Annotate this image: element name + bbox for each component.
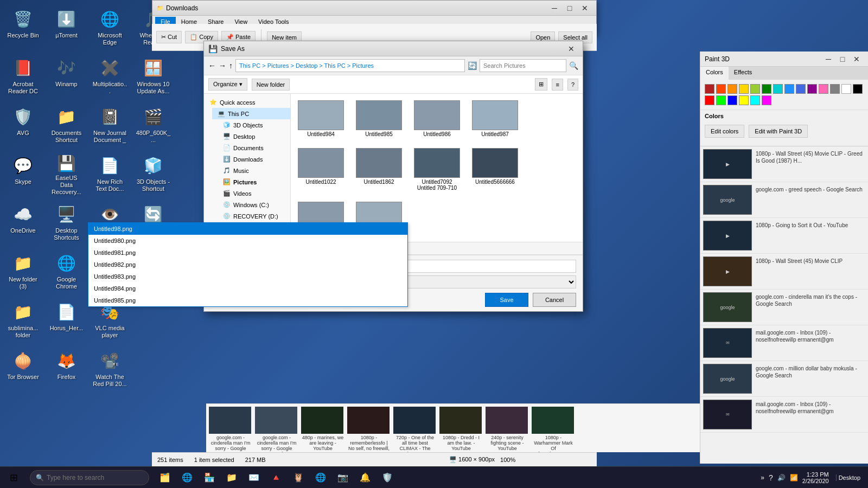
taskbar-task-view[interactable]: 🗂️ [155,467,175,489]
taskbar-search-box[interactable]: 🔍 [30,470,149,485]
nav-windows-c[interactable]: 💿Windows (C:) [212,199,290,210]
help-btn[interactable]: ? [567,79,578,91]
autocomplete-item-0[interactable]: Untitled98.png [88,223,407,235]
bottom-vid-2[interactable]: google.com - cinderella man I'm sorry - … [255,407,298,450]
paint-close[interactable]: ✕ [850,54,864,65]
nav-desktop[interactable]: 🖥️Desktop [212,131,290,142]
color-swatch-purple[interactable] [807,84,817,94]
volume-icon[interactable]: 🔊 [777,474,786,481]
nav-recovery-d[interactable]: 💿RECOVERY (D:) [212,210,290,222]
bg-maximize-btn[interactable]: □ [563,3,577,14]
taskbar-tripadvisor[interactable]: 🦉 [288,467,309,489]
video-item-8[interactable]: ✉ mail.google.com - Inbox (109) - noself… [700,397,868,433]
save-dialog-close-btn[interactable]: ✕ [564,43,578,54]
desktop-icon-easeus[interactable]: 💾 EaseUS Data Recovery... [46,152,87,198]
desktop-icon-skype[interactable]: 💬 Skype [3,152,43,198]
bottom-vid-3[interactable]: 480p - marines, we are leaving - YouTube [301,407,344,450]
bg-close-btn[interactable]: ✕ [578,3,592,14]
dialog-file-untitled985[interactable]: Untitled985 [353,98,405,139]
edit-with-paint3d-btn[interactable]: Edit with Paint 3D [749,125,808,138]
bottom-vid-6[interactable]: 1080p - Dredd - I am the law. - YouTube [439,407,483,450]
desktop-icon-multiplication[interactable]: ✖️ Multiplicatio... [90,54,130,100]
paint-tab-colors[interactable]: Colors [700,67,729,80]
color-swatch-red[interactable] [705,84,714,94]
desktop-icon-desktop-shortcuts[interactable]: 🖥️ Desktop Shortcuts [46,201,87,247]
nav-videos[interactable]: 🎬Videos [212,188,290,199]
paint-maximize[interactable]: □ [835,54,850,65]
nav-music[interactable]: 🎵Music [212,165,290,176]
bottom-vid-8[interactable]: 1080p - Warhammer Mark Of Chaos(1080pH..… [532,407,575,450]
color-swatch-gold[interactable] [739,84,749,94]
video-item-2[interactable]: google google.com - greed speech - Googl… [700,182,868,218]
color-swatch-cyan[interactable] [750,95,760,105]
autocomplete-item-3[interactable]: Untitled982.png [88,259,407,271]
video-item-1[interactable]: ▶ 1080p - Wall Street (45) Movie CLIP - … [700,146,868,182]
view-list-btn[interactable]: ≡ [552,79,563,91]
desktop-icon-horus[interactable]: 📄 Horus_Her... [46,298,87,344]
video-item-5[interactable]: google google.com - cinderella man it's … [700,290,868,325]
color-swatch-orange[interactable] [727,84,737,94]
autocomplete-item-6[interactable]: Untitled985.png [88,294,407,306]
desktop-icon-google-chrome[interactable]: 🌐 Google Chrome [46,249,87,296]
video-item-3[interactable]: ▶ 1080p - Going to Sort it Out - YouTube [700,218,868,254]
color-swatch-royal-blue[interactable] [796,84,806,94]
desktop-icon-tor[interactable]: 🧅 Tor Browser [3,347,43,393]
taskbar-edge[interactable]: 🌐 [177,467,197,489]
desktop-btn[interactable]: Desktop [836,474,863,481]
autocomplete-item-1[interactable]: Untitled980.png [88,235,407,247]
bg-minimize-btn[interactable]: ─ [547,3,561,14]
bottom-vid-1[interactable]: google.com - cinderella man I'm sorry - … [209,407,252,450]
view-btn[interactable]: ⊞ [535,78,547,91]
network-tray-icon[interactable]: 📶 [790,474,798,481]
dialog-file-untitled1862[interactable]: Untitled1862 [353,146,405,193]
search-btn[interactable]: 🔍 [569,61,578,70]
taskbar-amazon[interactable]: 🔺 [266,467,286,489]
video-item-7[interactable]: google google.com - million dollar baby … [700,361,868,397]
autocomplete-item-5[interactable]: Untitled984.png [88,282,407,294]
color-swatch-dodger-blue[interactable] [784,84,794,94]
color-swatch-dark-turquoise[interactable] [773,84,783,94]
color-swatch-lime[interactable] [716,95,726,105]
nav-quick-access[interactable]: ⭐Quick access [204,97,290,108]
edit-colors-btn[interactable]: Edit colors [705,125,744,138]
taskbar-search-input[interactable] [47,474,128,481]
color-swatch-white[interactable] [841,84,851,94]
desktop-icon-new-folder[interactable]: 📁 New folder (3) [3,249,43,296]
search-input[interactable] [480,59,566,72]
nav-3d-objects[interactable]: 🧊3D Objects [212,119,290,131]
dialog-file-untitled986[interactable]: Untitled986 [411,98,463,139]
color-swatch-green[interactable] [762,84,771,94]
desktop-icon-watch-red-pill[interactable]: 📽️ Watch The Red Pill 20... [90,347,130,393]
nav-documents[interactable]: 📄Documents [212,142,290,153]
cancel-btn[interactable]: Cancel [533,293,576,307]
cut-btn[interactable]: ✂ Cut [156,31,182,43]
desktop-icon-acrobat[interactable]: 📕 Acrobat Reader DC [3,54,43,100]
desktop-icon-winamp[interactable]: 🎶 Winamp [46,54,87,100]
nav-this-pc[interactable]: 💻This PC [212,108,290,119]
taskbar-mail[interactable]: ✉️ [244,467,264,489]
video-item-4[interactable]: ▶ 1080p - Wall Street (45) Movie CLIP [700,254,868,290]
desktop-icon-avg[interactable]: 🛡️ AVG [3,103,43,149]
nav-back-btn[interactable]: ← [208,61,216,70]
bottom-vid-7[interactable]: 240p - serenity fighting scene - YouTube [486,407,529,450]
taskbar-notification[interactable]: 🔔 [355,467,375,489]
start-button[interactable]: ⊞ [0,467,27,489]
refresh-btn[interactable]: 🔄 [468,61,477,70]
desktop-icon-edge[interactable]: 🌐 Microsoft Edge [90,5,130,52]
nav-up-btn[interactable]: ↑ [229,61,233,70]
autocomplete-item-2[interactable]: Untitled981.png [88,247,407,259]
desktop-icon-docs-shortcut[interactable]: 📁 Documents Shortcut [46,103,87,149]
dialog-file-untitled984[interactable]: Untitled984 [295,98,347,139]
bottom-vid-4[interactable]: 1080p - rememberlessfo | No self, no fre… [347,407,391,450]
desktop-icon-3d-objects[interactable]: 🧊 3D Objects - Shortcut [133,152,174,198]
taskbar-store[interactable]: 🏪 [199,467,220,489]
autocomplete-item-4[interactable]: Untitled983.png [88,271,407,282]
taskbar-folder[interactable]: 📁 [221,467,242,489]
color-swatch-black[interactable] [853,84,863,94]
color-swatch-yellow[interactable] [739,95,749,105]
organize-btn[interactable]: Organize ▾ [208,78,247,91]
desktop-icon-sublimina[interactable]: 📁 sublimina... folder [3,298,43,344]
color-swatch-pink[interactable] [819,84,828,94]
nav-downloads[interactable]: ⬇️Downloads [212,153,290,165]
dialog-file-untitled5666666[interactable]: Untitled5666666 [469,146,521,193]
